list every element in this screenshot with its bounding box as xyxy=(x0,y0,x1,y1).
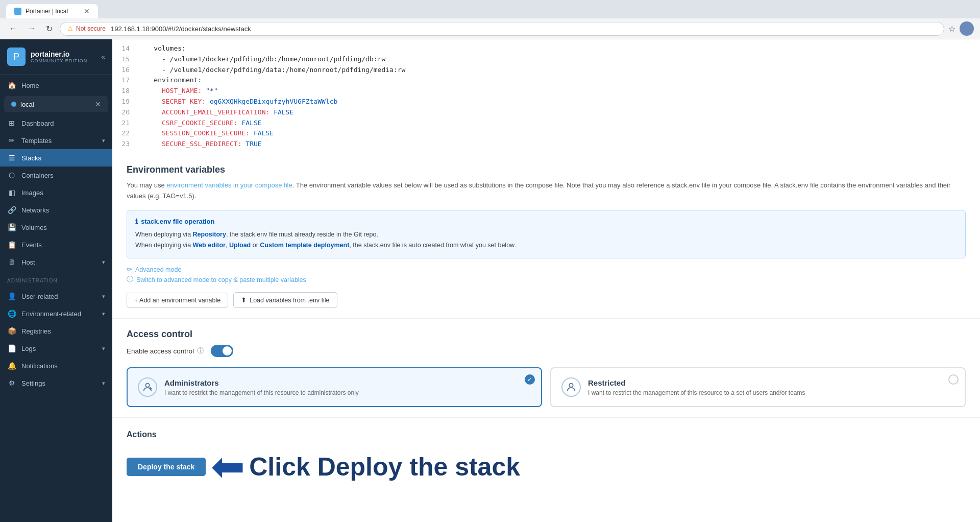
env-label: local xyxy=(20,101,91,108)
env-variables-link[interactable]: environment variables in your compose fi… xyxy=(166,181,292,189)
chevron-down-icon: ▾ xyxy=(102,137,105,144)
switch-mode-hint: ⓘ Switch to advanced mode to copy & past… xyxy=(127,275,966,284)
svg-point-3 xyxy=(569,384,573,387)
registries-icon: 📦 xyxy=(7,327,16,335)
unselected-radio-icon xyxy=(948,374,959,385)
administrators-icon xyxy=(138,377,157,397)
sidebar-item-label: Networks xyxy=(21,206,105,214)
sidebar-item-notifications[interactable]: 🔔 Notifications xyxy=(0,357,112,374)
env-variables-section: Environment variables You may use enviro… xyxy=(112,154,980,319)
add-env-variable-button[interactable]: + Add an environment variable xyxy=(127,293,228,308)
sidebar-item-home[interactable]: 🏠 Home xyxy=(0,77,112,94)
sidebar-admin-section: 👤 User-related ▾ 🌐 Environment-related ▾… xyxy=(0,286,112,394)
sidebar-item-containers[interactable]: ⬡ Containers xyxy=(0,167,112,184)
env-close-icon[interactable]: ✕ xyxy=(95,100,101,108)
sidebar-item-label: Host xyxy=(21,258,97,266)
templates-icon: ✏ xyxy=(7,136,16,145)
sidebar-item-logs[interactable]: 📄 Logs ▾ xyxy=(0,340,112,357)
code-line: 21 CSRF_COOKIE_SECURE: FALSE xyxy=(112,118,980,129)
admin-section-label: Administration xyxy=(0,273,112,286)
sidebar-item-host[interactable]: 🖥 Host ▾ xyxy=(0,253,112,271)
sidebar-item-label: Volumes xyxy=(21,224,105,231)
sidebar-item-stacks[interactable]: ☰ Stacks xyxy=(0,149,112,167)
sidebar-item-label: Home xyxy=(21,82,105,89)
line-number: 22 xyxy=(112,128,138,139)
chevron-down-icon: ▾ xyxy=(102,311,105,317)
forward-button[interactable]: → xyxy=(24,22,39,35)
chevron-down-icon: ▾ xyxy=(102,259,105,266)
code-line: 22 SESSION_COOKIE_SECURE: FALSE xyxy=(112,128,980,139)
load-env-file-button[interactable]: ⬆ Load variables from .env file xyxy=(233,292,337,308)
notifications-icon: 🔔 xyxy=(7,362,16,370)
administrators-card[interactable]: ✓ Administrators I want to restrict xyxy=(127,367,542,407)
restricted-card[interactable]: Restricted I want to restrict the manage… xyxy=(550,367,966,407)
address-bar[interactable]: ⚠ Not secure 192.168.1.18:9000/#!/2/dock… xyxy=(60,22,944,36)
url-text: 192.168.1.18:9000/#!/2/docker/stacks/new… xyxy=(111,25,251,33)
svg-point-0 xyxy=(145,384,149,387)
env-variables-title: Environment variables xyxy=(127,164,966,175)
sidebar-item-volumes[interactable]: 💾 Volumes xyxy=(0,219,112,236)
logo-title: portainer.io xyxy=(31,50,87,59)
administrators-card-content: Administrators I want to restrict the ma… xyxy=(164,378,359,396)
home-icon: 🏠 xyxy=(7,81,16,89)
sidebar-item-events[interactable]: 📋 Events xyxy=(0,236,112,253)
toggle-slider xyxy=(211,345,233,357)
line-number: 23 xyxy=(112,139,138,150)
sidebar-collapse-button[interactable]: « xyxy=(101,53,105,61)
sidebar-item-dashboard[interactable]: ⊞ Dashboard xyxy=(0,114,112,132)
upload-icon: ⬆ xyxy=(241,296,247,304)
sidebar-item-templates[interactable]: ✏ Templates ▾ xyxy=(0,132,112,149)
main-content: 14 volumes: 15 - /volume1/docker/pdfding… xyxy=(112,39,980,522)
logo-icon: P xyxy=(7,48,26,66)
deploy-stack-button[interactable]: Deploy the stack xyxy=(127,458,206,476)
code-line: 14 volumes: xyxy=(112,43,980,54)
sidebar-item-environment-related[interactable]: 🌐 Environment-related ▾ xyxy=(0,305,112,322)
sidebar-item-label: Images xyxy=(21,189,105,197)
networks-icon: 🔗 xyxy=(7,206,16,214)
sidebar-item-label: Notifications xyxy=(21,362,105,370)
sidebar-item-label: Logs xyxy=(21,345,97,352)
dashboard-icon: ⊞ xyxy=(7,119,16,127)
sidebar-item-networks[interactable]: 🔗 Networks xyxy=(0,201,112,219)
sidebar-item-label: Containers xyxy=(21,172,105,179)
security-label: Not secure xyxy=(76,25,106,32)
code-line: 16 - /volume1/docker/pdfding/data:/home/… xyxy=(112,65,980,76)
browser-tab-active[interactable]: Portainer | local ✕ xyxy=(6,4,98,18)
info-icon: ℹ xyxy=(135,218,138,225)
sidebar-item-label: User-related xyxy=(21,293,97,300)
sidebar-item-label: Registries xyxy=(21,327,105,335)
access-control-cards: ✓ Administrators I want to restrict xyxy=(127,367,966,407)
sidebar-item-user-related[interactable]: 👤 User-related ▾ xyxy=(0,288,112,305)
enable-access-control-label: Enable access control ⓘ xyxy=(127,346,204,355)
sidebar-env-item[interactable]: local ✕ xyxy=(4,96,108,112)
access-control-toggle[interactable] xyxy=(211,345,233,357)
sidebar-item-registries[interactable]: 📦 Registries xyxy=(0,322,112,340)
sidebar: P portainer.io COMMUNITY EDITION « 🏠 Hom… xyxy=(0,39,112,522)
code-line: 23 SECURE_SSL_REDIRECT: TRUE xyxy=(112,139,980,150)
env-variables-description: You may use environment variables in you… xyxy=(127,180,966,202)
browser-toolbar: ← → ↻ ⚠ Not secure 192.168.1.18:9000/#!/… xyxy=(0,18,980,39)
code-line: 17 environment: xyxy=(112,75,980,86)
logo-subtitle: COMMUNITY EDITION xyxy=(31,58,87,63)
mode-switch: ✏ Advanced mode ⓘ Switch to advanced mod… xyxy=(127,266,966,284)
advanced-mode-link[interactable]: ✏ Advanced mode xyxy=(127,266,966,273)
bookmark-button[interactable]: ☆ xyxy=(948,24,955,34)
code-line: 20 ACCOUNT_EMAIL_VERIFICATION: FALSE xyxy=(112,107,980,118)
sidebar-item-images[interactable]: ◧ Images xyxy=(0,184,112,201)
back-button[interactable]: ← xyxy=(6,22,20,35)
info-circle-icon: ⓘ xyxy=(127,275,133,284)
tab-close-button[interactable]: ✕ xyxy=(84,7,90,15)
code-editor: 14 volumes: 15 - /volume1/docker/pdfding… xyxy=(112,39,980,154)
volumes-icon: 💾 xyxy=(7,223,16,231)
line-number: 16 xyxy=(112,65,138,76)
profile-button[interactable] xyxy=(960,21,974,36)
stack-env-info-box: ℹ stack.env file operation When deployin… xyxy=(127,210,966,259)
code-line: 18 HOST_NAME: "*" xyxy=(112,86,980,97)
reload-button[interactable]: ↻ xyxy=(43,22,56,36)
annotation-arrow-icon: ⬅ xyxy=(211,446,245,487)
stacks-icon: ☰ xyxy=(7,154,16,162)
edit-icon: ✏ xyxy=(127,266,132,273)
sidebar-item-settings[interactable]: ⚙ Settings ▾ xyxy=(0,374,112,392)
sidebar-item-label: Stacks xyxy=(21,154,105,162)
access-control-title: Access control xyxy=(127,329,966,340)
